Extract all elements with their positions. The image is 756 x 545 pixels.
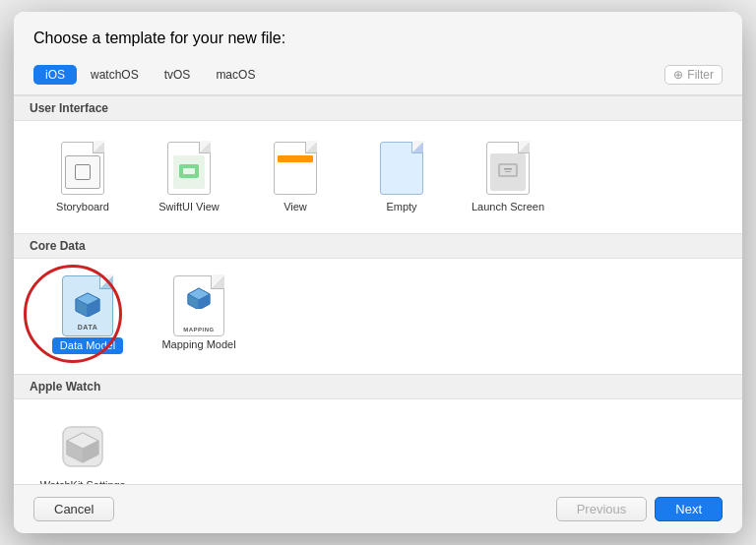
svg-rect-4 [504,168,512,170]
mapping-file-icon: MAPPING [173,275,224,336]
view-file-icon [274,142,317,195]
item-empty[interactable]: Empty [352,135,451,219]
item-mapping-model[interactable]: MAPPING Mapping Model [150,272,248,359]
dialog-footer: Cancel Previous Next [14,485,742,533]
data-file-text: DATA [62,324,113,331]
apple-watch-items: WatchKit Settings Bundle [14,399,742,485]
mapping-icon-wrapper: MAPPING [171,278,226,333]
empty-label: Empty [386,200,416,213]
content-area[interactable]: User Interface Storyboard [14,94,742,485]
swiftui-label: SwiftUI View [158,200,220,213]
storyboard-label: Storyboard [56,200,109,213]
template-dialog: Choose a template for your new file: iOS… [14,12,742,533]
empty-icon-wrapper [374,141,429,196]
footer-right: Previous Next [556,497,723,521]
watchkit-label: WatchKit Settings Bundle [38,478,127,485]
tab-watchos[interactable]: watchOS [79,65,151,85]
filter-icon: ⊕ [673,68,683,82]
storyboard-icon-wrapper [55,141,110,196]
view-icon-wrapper [268,141,323,196]
launch-file-icon [486,142,530,195]
cancel-button[interactable]: Cancel [33,497,114,521]
mapping-svg [186,287,212,309]
watchkit-icon-wrapper [55,419,110,474]
tab-bar: iOS watchOS tvOS macOS ⊕ Filter [14,57,742,85]
tab-tvos[interactable]: tvOS [153,65,203,85]
svg-rect-5 [505,171,511,172]
tab-macos[interactable]: macOS [204,65,267,85]
mapping-model-label: Mapping Model [161,337,235,351]
previous-button[interactable]: Previous [556,497,648,521]
launch-screen-label: Launch Screen [472,200,544,213]
item-swiftui-view[interactable]: SwiftUI View [140,135,238,219]
next-button[interactable]: Next [655,497,723,521]
core-data-items: DATA Data Model [14,259,742,373]
svg-rect-3 [500,165,516,175]
item-view[interactable]: View [246,135,345,219]
launch-svg [497,162,519,182]
item-watchkit-settings-bundle[interactable]: WatchKit Settings Bundle [33,413,132,485]
data-cube-icon [74,291,101,321]
filter-label: Filter [687,68,714,82]
user-interface-items: Storyboard Swif [14,121,742,233]
footer-left: Cancel [33,497,114,521]
data-model-label: Data Model [52,337,123,353]
launch-icon-wrapper [480,141,536,196]
item-storyboard[interactable]: Storyboard [33,135,132,219]
watchkit-icon [55,419,110,474]
svg-rect-1 [183,168,195,174]
item-data-model[interactable]: DATA Data Model [33,272,142,359]
dialog-header: Choose a template for your new file: [14,12,742,57]
section-header-core-data: Core Data [14,233,742,259]
dialog-title: Choose a template for your new file: [33,30,285,46]
section-header-apple-watch: Apple Watch [14,374,742,399]
data-model-icon-wrapper: DATA [60,278,115,333]
section-header-user-interface: User Interface [14,95,742,121]
tab-ios[interactable]: iOS [33,65,77,85]
empty-file-icon [380,142,423,195]
item-launch-screen[interactable]: Launch Screen [459,135,557,219]
storyboard-file-icon [61,142,104,195]
view-label: View [284,200,307,213]
swiftui-icon-wrapper [161,141,217,196]
swiftui-file-icon [167,142,211,195]
mapping-file-text: MAPPING [173,327,224,333]
data-model-file-icon: DATA [62,275,113,336]
swiftui-svg [177,162,201,182]
watchkit-svg [57,421,108,472]
filter-box[interactable]: ⊕ Filter [664,65,723,85]
